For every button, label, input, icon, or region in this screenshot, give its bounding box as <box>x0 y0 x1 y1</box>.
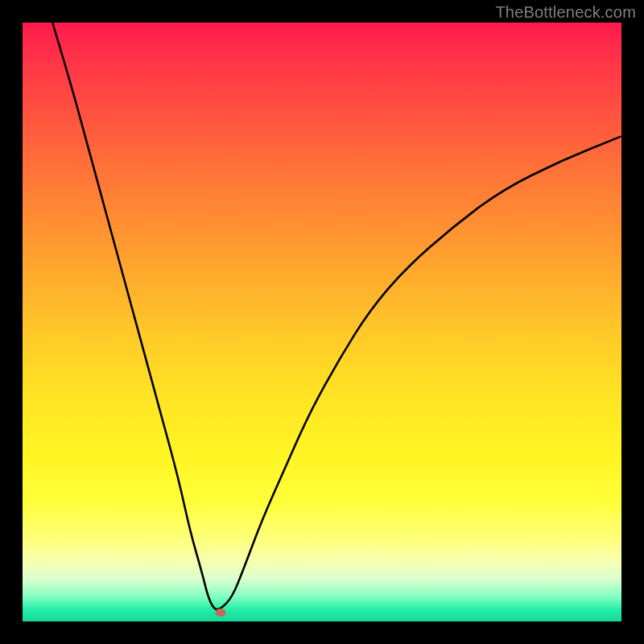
optimal-point-marker <box>215 609 225 617</box>
attribution-label: TheBottleneck.com <box>495 3 636 22</box>
bottleneck-curve <box>52 23 621 609</box>
plot-area <box>23 23 621 621</box>
curve-svg <box>23 23 621 621</box>
chart-frame: TheBottleneck.com <box>0 0 644 644</box>
